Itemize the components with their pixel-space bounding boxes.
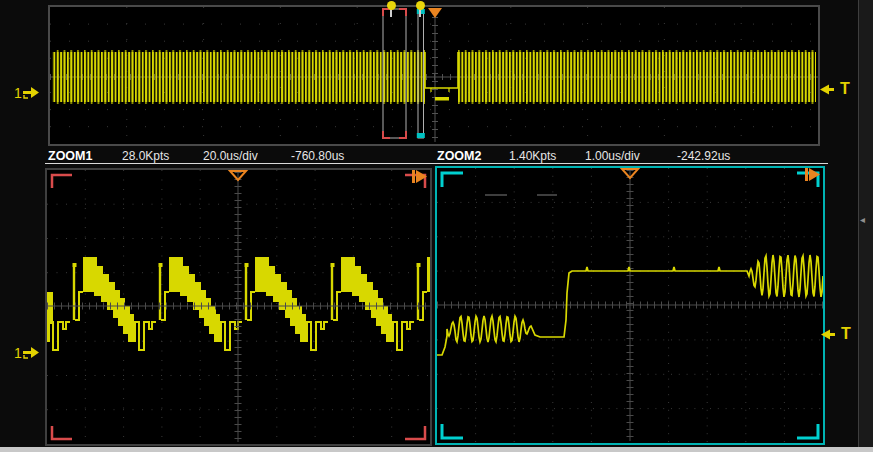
zoom1-marker-stem: [390, 9, 392, 17]
zoom2-center-axis: [437, 170, 823, 441]
oscilloscope-screen: 1 T ZOOM1 28.0Kpts 20.0us/div -760.80us …: [0, 0, 873, 452]
zoom1-window[interactable]: [45, 168, 432, 446]
zoom1-canvas: [47, 170, 430, 444]
zoom2-canvas: [437, 168, 823, 443]
split-divider: [45, 163, 828, 164]
zoom2-faint-trace: [485, 194, 557, 196]
bottom-bar: [0, 447, 873, 452]
main-timebase-view[interactable]: [48, 5, 820, 146]
trigger-level-marker-main[interactable]: T: [820, 81, 850, 97]
left-arrow-icon: [820, 83, 835, 96]
trigger-label-zoom2: T: [841, 326, 851, 342]
channel1-position-marker[interactable]: 1: [14, 85, 40, 101]
zoom2-delay: -242.92us: [677, 149, 730, 163]
zoom2-region-cap-bottom: [417, 133, 425, 138]
zoom1-points: 28.0Kpts: [122, 149, 169, 163]
channel1-label: 1: [14, 86, 22, 100]
zoom2-timebase: 1.00us/div: [585, 149, 640, 163]
zoom1-timebase: 20.0us/div: [203, 149, 258, 163]
panel-collapse-icon[interactable]: ◂: [860, 215, 865, 225]
zoom1-title: ZOOM1: [48, 149, 92, 163]
channel-arrow-icon: [23, 345, 40, 361]
trigger-level-marker-zoom2[interactable]: T: [821, 326, 851, 342]
zoom1-delay: -760.80us: [291, 149, 344, 163]
trigger-position-icon[interactable]: [428, 8, 442, 18]
left-arrow-icon: [821, 328, 836, 341]
zoom1-center-marker[interactable]: [387, 1, 396, 10]
zoom2-points: 1.40Kpts: [509, 149, 556, 163]
zoom2-window[interactable]: [435, 166, 825, 445]
zoom2-marker-stem: [419, 9, 421, 17]
channel1-label-zoom1: 1: [14, 346, 22, 360]
trigger-label: T: [840, 81, 850, 97]
zoom2-center-marker[interactable]: [416, 1, 425, 10]
channel1-position-marker-zoom1[interactable]: 1: [14, 345, 40, 361]
zoom2-title: ZOOM2: [437, 149, 481, 163]
channel-arrow-icon: [23, 85, 40, 101]
side-panel-edge: ◂: [858, 0, 873, 447]
main-waveform-canvas: [50, 7, 818, 144]
